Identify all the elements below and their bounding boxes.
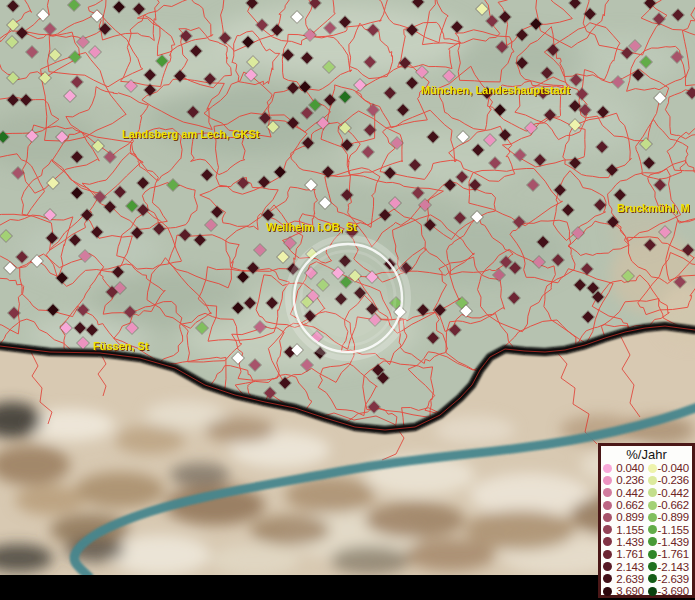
data-point-marker[interactable] (484, 134, 495, 145)
data-point-marker[interactable] (456, 171, 467, 182)
data-point-marker[interactable] (232, 352, 243, 363)
data-point-marker[interactable] (131, 227, 142, 238)
data-point-marker[interactable] (686, 87, 695, 98)
data-point-marker[interactable] (354, 79, 365, 90)
data-point-marker[interactable] (341, 189, 352, 200)
data-point-marker[interactable] (47, 304, 58, 315)
data-point-marker[interactable] (44, 209, 55, 220)
data-point-marker[interactable] (16, 251, 27, 262)
data-point-marker[interactable] (287, 117, 298, 128)
data-point-marker[interactable] (417, 304, 428, 315)
data-point-marker[interactable] (339, 91, 350, 102)
data-point-marker[interactable] (156, 55, 167, 66)
data-point-marker[interactable] (7, 72, 18, 83)
data-point-marker[interactable] (472, 144, 483, 155)
data-point-marker[interactable] (274, 166, 285, 177)
data-point-marker[interactable] (341, 139, 352, 150)
data-point-marker[interactable] (674, 276, 685, 287)
data-point-marker[interactable] (530, 18, 541, 29)
data-point-marker[interactable] (525, 122, 536, 133)
data-point-marker[interactable] (237, 271, 248, 282)
data-point-marker[interactable] (301, 107, 312, 118)
data-point-marker[interactable] (621, 47, 632, 58)
data-point-marker[interactable] (607, 216, 618, 227)
data-point-marker[interactable] (406, 24, 417, 35)
data-point-marker[interactable] (574, 279, 585, 290)
data-point-marker[interactable] (419, 199, 430, 210)
data-point-marker[interactable] (317, 117, 328, 128)
data-point-marker[interactable] (471, 211, 482, 222)
data-point-marker[interactable] (379, 209, 390, 220)
data-point-marker[interactable] (366, 303, 377, 314)
data-point-marker[interactable] (412, 0, 423, 8)
data-point-marker[interactable] (309, 0, 320, 9)
data-point-marker[interactable] (69, 234, 80, 245)
data-point-marker[interactable] (412, 187, 423, 198)
data-point-marker[interactable] (153, 223, 164, 234)
data-point-marker[interactable] (592, 291, 603, 302)
data-point-marker[interactable] (112, 266, 123, 277)
data-point-marker[interactable] (581, 263, 592, 274)
data-point-marker[interactable] (77, 36, 88, 47)
data-point-marker[interactable] (89, 46, 100, 57)
data-point-marker[interactable] (291, 11, 302, 22)
data-point-marker[interactable] (247, 262, 258, 273)
data-point-marker[interactable] (7, 19, 18, 30)
data-point-marker[interactable] (144, 69, 155, 80)
data-point-marker[interactable] (74, 322, 85, 333)
data-point-marker[interactable] (133, 3, 144, 14)
data-point-marker[interactable] (7, 0, 18, 11)
data-point-marker[interactable] (237, 177, 248, 188)
data-point-marker[interactable] (672, 9, 683, 20)
data-point-marker[interactable] (324, 22, 335, 33)
data-point-marker[interactable] (301, 52, 312, 63)
data-point-marker[interactable] (244, 297, 255, 308)
data-point-marker[interactable] (271, 24, 282, 35)
data-point-marker[interactable] (104, 201, 115, 212)
data-point-marker[interactable] (277, 251, 288, 262)
data-point-marker[interactable] (513, 216, 524, 227)
data-point-marker[interactable] (640, 56, 651, 67)
data-point-marker[interactable] (544, 109, 555, 120)
data-point-marker[interactable] (174, 70, 185, 81)
data-point-marker[interactable] (499, 129, 510, 140)
data-point-marker[interactable] (643, 157, 654, 168)
data-point-marker[interactable] (187, 106, 198, 117)
data-point-marker[interactable] (486, 15, 497, 26)
data-point-marker[interactable] (287, 263, 298, 274)
data-point-marker[interactable] (570, 74, 581, 85)
data-point-marker[interactable] (180, 30, 191, 41)
data-point-marker[interactable] (242, 36, 253, 47)
data-point-marker[interactable] (340, 276, 351, 287)
data-point-marker[interactable] (26, 46, 37, 57)
data-point-marker[interactable] (597, 106, 608, 117)
data-point-marker[interactable] (509, 262, 520, 273)
data-point-marker[interactable] (39, 72, 50, 83)
data-point-marker[interactable] (654, 179, 665, 190)
data-point-marker[interactable] (71, 187, 82, 198)
data-point-marker[interactable] (125, 80, 136, 91)
data-point-marker[interactable] (49, 49, 60, 60)
data-point-marker[interactable] (644, 239, 655, 250)
data-point-marker[interactable] (4, 262, 15, 273)
data-point-marker[interactable] (137, 204, 148, 215)
data-point-marker[interactable] (584, 8, 595, 19)
data-point-marker[interactable] (562, 204, 573, 215)
data-point-marker[interactable] (606, 164, 617, 175)
data-point-marker[interactable] (572, 227, 583, 238)
data-point-marker[interactable] (443, 70, 454, 81)
data-point-marker[interactable] (44, 23, 55, 34)
data-point-marker[interactable] (389, 197, 400, 208)
data-point-marker[interactable] (364, 124, 375, 135)
data-point-marker[interactable] (632, 69, 643, 80)
data-point-marker[interactable] (190, 45, 201, 56)
data-point-marker[interactable] (427, 332, 438, 343)
data-point-marker[interactable] (516, 57, 527, 68)
data-point-marker[interactable] (81, 209, 92, 220)
data-point-marker[interactable] (287, 82, 298, 93)
data-point-marker[interactable] (427, 131, 438, 142)
data-point-marker[interactable] (267, 121, 278, 132)
data-point-marker[interactable] (582, 311, 593, 322)
data-point-marker[interactable] (91, 226, 102, 237)
data-point-marker[interactable] (99, 23, 110, 34)
